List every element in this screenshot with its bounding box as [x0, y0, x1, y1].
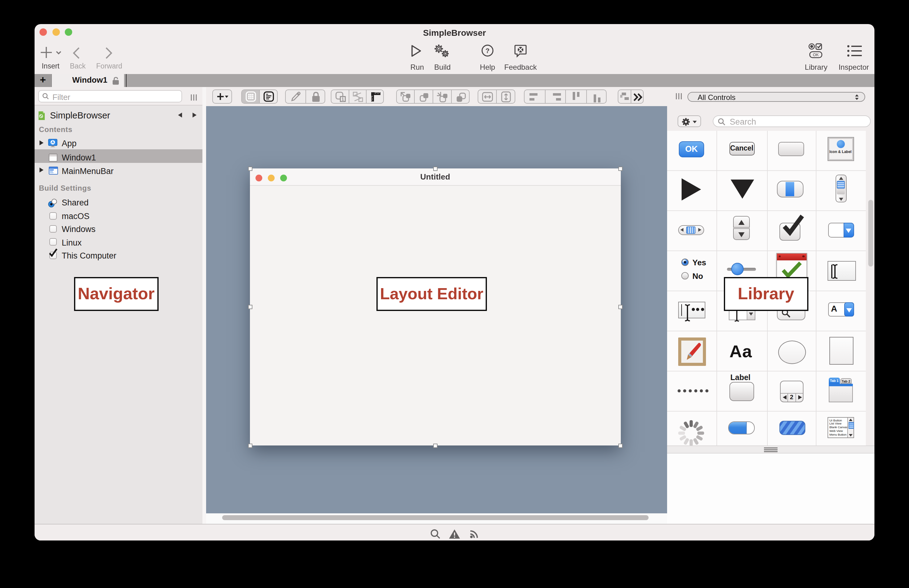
svg-text:1: 1 — [341, 97, 344, 102]
svg-text:OK: OK — [813, 52, 819, 57]
svg-text:?: ? — [485, 47, 489, 55]
